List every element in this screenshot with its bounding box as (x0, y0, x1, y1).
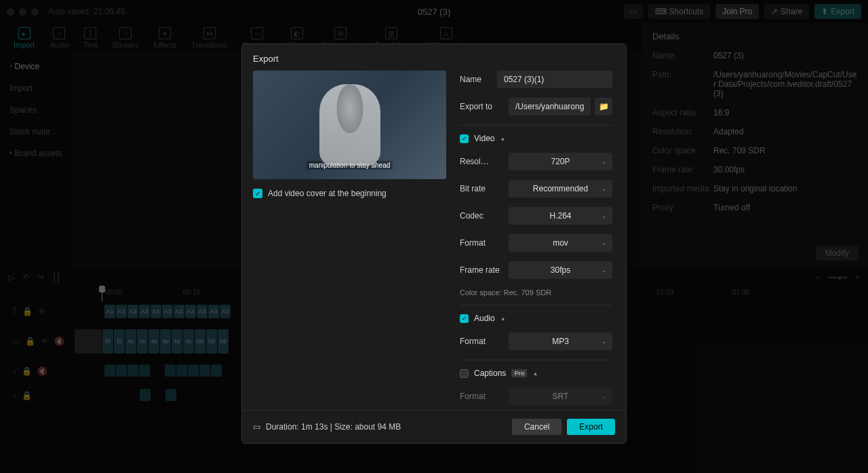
film-icon: ▭ (253, 422, 260, 432)
framerate-select[interactable]: 30fps⌄ (509, 261, 612, 279)
checkbox-icon: ✓ (253, 189, 262, 198)
chevron-down-icon: ⌄ (601, 338, 607, 345)
bitrate-select[interactable]: Recommended⌄ (509, 180, 612, 197)
chevron-up-icon: ▲ (532, 371, 538, 377)
modal-title: Export (242, 44, 626, 71)
exportto-input[interactable] (509, 98, 591, 115)
checkbox-icon: ✓ (460, 314, 469, 323)
chevron-down-icon: ⌄ (601, 158, 607, 165)
captions-section-toggle[interactable]: Captions Pro ▲ (460, 368, 612, 378)
export-button[interactable]: Export (567, 419, 615, 435)
checkbox-icon (460, 369, 469, 378)
colorspace-note: Color space: Rec. 709 SDR (460, 288, 612, 297)
video-preview: manipulation to stay ahead (253, 71, 446, 179)
captions-format-select: SRT⌄ (509, 387, 612, 405)
checkbox-icon: ✓ (460, 134, 469, 143)
footer-info: ▭ Duration: 1m 13s | Size: about 94 MB (253, 422, 512, 432)
chevron-up-icon: ▲ (500, 136, 505, 142)
name-input[interactable] (497, 71, 612, 88)
chevron-down-icon: ⌄ (601, 212, 607, 219)
video-section-toggle[interactable]: ✓ Video ▲ (460, 134, 612, 143)
resolution-select[interactable]: 720P⌄ (509, 153, 612, 170)
codec-select[interactable]: H.264⌄ (509, 207, 612, 225)
export-modal: Export manipulation to stay ahead ✓ Add … (241, 43, 627, 444)
chevron-down-icon: ⌄ (601, 267, 607, 273)
chevron-down-icon: ⌄ (601, 185, 607, 192)
chevron-up-icon: ▲ (500, 316, 506, 322)
audio-format-select[interactable]: MP3⌄ (509, 333, 612, 350)
chevron-down-icon: ⌄ (601, 393, 607, 400)
add-cover-checkbox[interactable]: ✓ Add video cover at the beginning (253, 189, 446, 198)
pro-badge: Pro (511, 369, 527, 377)
audio-section-toggle[interactable]: ✓ Audio ▲ (460, 314, 612, 323)
chevron-down-icon: ⌄ (601, 240, 607, 246)
cancel-button[interactable]: Cancel (512, 419, 561, 435)
video-format-select[interactable]: mov⌄ (509, 234, 612, 252)
folder-browse-button[interactable]: 📁 (595, 98, 612, 115)
